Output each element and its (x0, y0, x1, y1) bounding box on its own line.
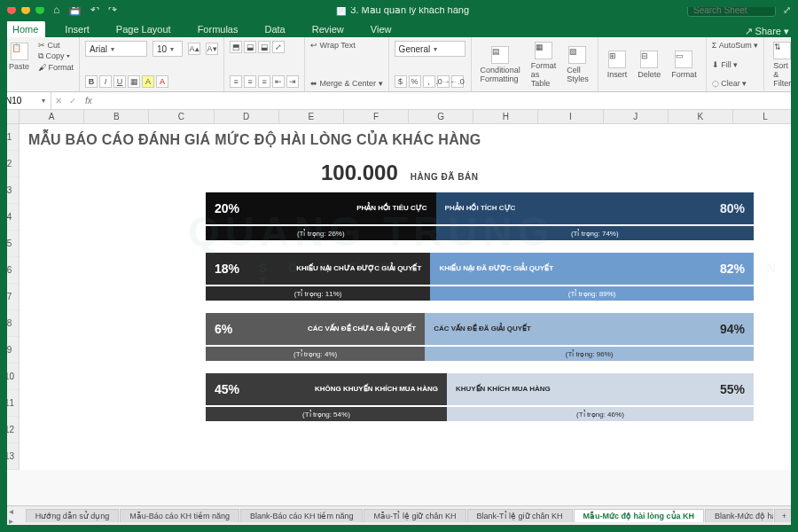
column-header[interactable]: C (149, 110, 214, 123)
decrease-font-icon[interactable]: A▾ (206, 43, 218, 55)
insert-cells-button[interactable]: ⊞Insert (604, 51, 631, 79)
cell-styles-button[interactable]: ▧Cell Styles (563, 46, 592, 83)
increase-font-icon[interactable]: A▴ (188, 43, 200, 55)
sheet-tab[interactable]: Mẫu-Tỉ lệ giữ chân KH (364, 509, 466, 522)
tab-view[interactable]: View (364, 21, 399, 37)
sheet-tab[interactable]: Blank-Báo cáo KH tiềm năng (240, 509, 364, 522)
column-header[interactable]: B (84, 110, 149, 123)
row-header[interactable]: 13 (0, 443, 19, 470)
fx-cancel-icon[interactable]: ✕ (51, 96, 66, 106)
row-header[interactable]: 11 (0, 390, 19, 417)
add-sheet-button[interactable]: + (774, 509, 794, 522)
home-icon[interactable]: ⌂ (53, 4, 59, 16)
row-header[interactable]: 5 (0, 231, 19, 257)
worksheet-area[interactable]: 12345678910111213 MẪU BÁO CÁO ĐÁNH GIÁ M… (0, 124, 798, 470)
expand-icon[interactable]: ⤢ (783, 4, 791, 16)
increase-decimal-icon[interactable]: .0→ (437, 75, 450, 88)
border-button[interactable]: ▦ (128, 75, 140, 88)
fx-confirm-icon[interactable]: ✓ (66, 96, 80, 106)
cut-button[interactable]: ✂ Cut (38, 41, 74, 50)
tab-page-layout[interactable]: Page Layout (109, 21, 178, 37)
row-header[interactable]: 4 (0, 204, 19, 231)
right-pct: 80% (720, 201, 745, 215)
minimize-window-icon[interactable] (21, 5, 30, 14)
number-format-select[interactable]: General▾ (395, 41, 466, 57)
close-window-icon[interactable] (7, 5, 16, 14)
row-header[interactable]: 6 (0, 257, 19, 284)
tab-insert[interactable]: Insert (58, 21, 97, 37)
column-header[interactable]: E (279, 110, 344, 123)
sheet-tab[interactable]: Mẫu-Báo cáo KH tiềm năng (120, 509, 239, 522)
tab-home[interactable]: Home (5, 21, 45, 37)
sheet-tab[interactable]: Mẫu-Mức độ hài lòng của KH (574, 509, 705, 522)
align-middle-icon[interactable]: ⬓ (244, 41, 256, 53)
row-header[interactable]: 9 (0, 337, 19, 364)
align-bottom-icon[interactable]: ⬓ (258, 41, 270, 53)
font-size-select[interactable]: 10▾ (153, 41, 183, 57)
name-box[interactable]: N10▾ (0, 92, 51, 109)
column-header[interactable]: F (344, 110, 409, 123)
row-header[interactable]: 8 (0, 310, 19, 337)
decrease-decimal-icon[interactable]: ←.0 (451, 75, 464, 88)
bold-button[interactable]: B (85, 75, 98, 88)
fill-button[interactable]: ⬇ Fill ▾ (712, 60, 759, 69)
wrap-text-button[interactable]: ↩ Wrap Text (310, 41, 383, 50)
redo-icon[interactable]: ↷ (108, 4, 117, 16)
align-right-icon[interactable]: ≡ (258, 75, 270, 88)
row-header[interactable]: 3 (0, 177, 19, 204)
column-header[interactable]: I (538, 110, 603, 123)
currency-icon[interactable]: $ (395, 75, 407, 88)
row-header[interactable]: 12 (0, 417, 19, 443)
grid[interactable]: MẪU BÁO CÁO ĐÁNH GIÁ MỨC ĐỘ HÀI LÒNG CỦA… (20, 124, 798, 470)
column-header[interactable]: D (215, 110, 279, 123)
sheet-tab[interactable]: Blank-Tỉ lệ giữ chân KH (467, 509, 573, 522)
indent-left-icon[interactable]: ⇤ (272, 75, 285, 88)
row-header[interactable]: 10 (0, 364, 19, 390)
row-header[interactable]: 1 (0, 124, 19, 151)
share-button[interactable]: ↗ Share ▾ (745, 26, 793, 37)
autosum-button[interactable]: Σ AutoSum ▾ (712, 41, 759, 50)
column-header[interactable]: H (473, 110, 538, 123)
column-header[interactable]: A (20, 110, 84, 123)
clear-button[interactable]: ◌ Clear ▾ (712, 79, 759, 88)
column-header[interactable]: G (409, 110, 473, 123)
paste-button[interactable]: 📋Paste (5, 43, 33, 71)
row-header[interactable]: 7 (0, 284, 19, 310)
tab-data[interactable]: Data (257, 21, 292, 37)
font-name-select[interactable]: Arial▾ (85, 41, 147, 57)
merge-center-button[interactable]: ⬌ Merge & Center ▾ (310, 79, 383, 88)
tab-formulas[interactable]: Formulas (191, 21, 246, 37)
sheet-tab[interactable]: Hướng dẫn sử dụng (26, 509, 120, 522)
indent-right-icon[interactable]: ⇥ (286, 75, 299, 88)
sheet-tab[interactable]: Blank-Mức độ hài lòng của KH (705, 509, 773, 522)
select-all-corner[interactable] (0, 110, 20, 123)
copy-button[interactable]: ⧉ Copy ▾ (38, 51, 74, 61)
format-as-table-button[interactable]: ▦Format as Table (528, 42, 560, 88)
undo-icon[interactable]: ↶ (90, 4, 99, 16)
metric-weight-row: (Tỉ trọng: 26%)(Tỉ trọng: 74%) (206, 226, 754, 240)
format-painter-button[interactable]: 🖌 Format (38, 63, 74, 72)
align-top-icon[interactable]: ⬒ (230, 41, 242, 53)
percent-icon[interactable]: % (409, 75, 421, 88)
orientation-icon[interactable]: ⤢ (272, 41, 285, 53)
column-header[interactable]: J (604, 110, 669, 123)
comma-icon[interactable]: , (423, 75, 435, 88)
tab-review[interactable]: Review (305, 21, 351, 37)
delete-cells-button[interactable]: ⊟Delete (634, 51, 664, 79)
italic-button[interactable]: I (99, 75, 112, 88)
font-color-button[interactable]: A (156, 75, 168, 88)
row-header[interactable]: 2 (0, 151, 19, 177)
underline-button[interactable]: U (113, 75, 126, 88)
save-icon[interactable]: 💾 (68, 4, 82, 16)
align-left-icon[interactable]: ≡ (230, 75, 242, 88)
fill-color-button[interactable]: A (142, 75, 154, 88)
conditional-formatting-button[interactable]: ▤Conditional Formatting (477, 46, 524, 83)
align-center-icon[interactable]: ≡ (244, 75, 256, 88)
sort-filter-button[interactable]: ⇅Sort & Filter (770, 42, 794, 88)
sheet-nav-icon[interactable]: ◂ ▸ (4, 506, 25, 526)
column-header[interactable]: K (669, 110, 733, 123)
search-sheet-input[interactable] (687, 4, 776, 17)
format-cells-button[interactable]: ▭Format (668, 51, 700, 79)
column-header[interactable]: L (733, 110, 798, 123)
maximize-window-icon[interactable] (35, 5, 44, 14)
